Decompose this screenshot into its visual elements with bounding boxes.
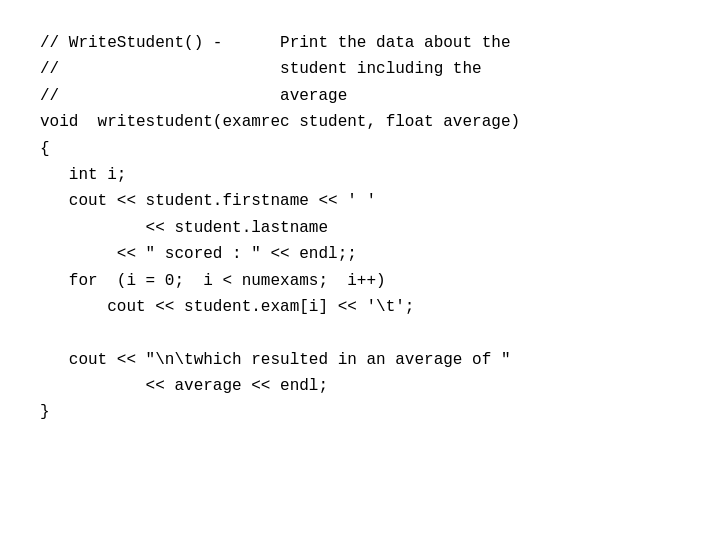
code-line-13: cout << "\n\twhich resulted in an averag… xyxy=(40,347,680,373)
code-line-6: int i; xyxy=(40,162,680,188)
code-line-10: for (i = 0; i < numexams; i++) xyxy=(40,268,680,294)
code-line-4: void writestudent(examrec student, float… xyxy=(40,109,680,135)
code-line-9: << " scored : " << endl;; xyxy=(40,241,680,267)
code-line-1: // WriteStudent() - Print the data about… xyxy=(40,30,680,56)
code-line-3: // average xyxy=(40,83,680,109)
code-line-8: << student.lastname xyxy=(40,215,680,241)
code-block: // WriteStudent() - Print the data about… xyxy=(0,0,720,456)
code-line-5: { xyxy=(40,136,680,162)
code-line-7: cout << student.firstname << ' ' xyxy=(40,188,680,214)
code-line-2: // student including the xyxy=(40,56,680,82)
code-line-11: cout << student.exam[i] << '\t'; xyxy=(40,294,680,320)
code-line-15: } xyxy=(40,399,680,425)
code-line-14: << average << endl; xyxy=(40,373,680,399)
blank-line-1 xyxy=(40,320,680,346)
